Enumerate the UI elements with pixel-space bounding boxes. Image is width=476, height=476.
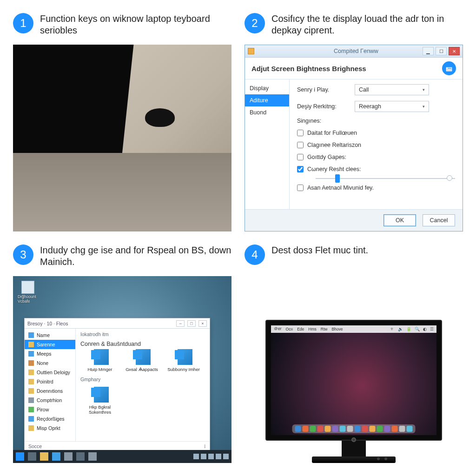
menu-item-2[interactable]: Ede [297,327,304,331]
checkbox-row-5[interactable]: Asan Aetnaol Mivunid fey. [297,185,455,191]
explorer-window[interactable]: Bresoy · 10 · Fleos – □ × Name Sarenne M… [24,318,210,451]
dock-app-icon[interactable] [340,426,346,432]
checkbox-row-4[interactable]: Cωnery Resht clees: [297,166,455,172]
tray-icon[interactable] [223,454,229,459]
checkbox-3[interactable] [297,154,304,160]
sidebar-item-display[interactable]: Display [245,82,289,94]
star-icon [28,407,34,412]
explorer-maximize[interactable]: □ [187,320,196,327]
menu-extra-icon[interactable]: ☰ [430,327,434,331]
combo-field-2[interactable]: Reeragh ▾ [355,101,429,112]
explorer-taskbar-icon[interactable] [40,452,48,461]
explorer-minimize[interactable]: – [176,320,185,327]
sidebar-item-buond[interactable]: Buond [245,106,289,119]
menu-item-4[interactable]: Rtw [321,327,328,331]
dock-app-icon[interactable] [370,426,376,432]
control-item-3[interactable]: Hkp Bgkral Sokenthres [80,385,119,415]
cancel-button[interactable]: Cancel [423,214,455,226]
dock-app-icon[interactable] [295,426,301,432]
side-item-4[interactable]: Outtien Deloigy [25,368,75,377]
start-button[interactable] [16,452,24,461]
sidebar-item-aditure[interactable]: Aditure [245,94,289,106]
wifi-icon[interactable]: ᯤ [390,327,395,331]
desktop-shortcut[interactable]: Drğhoount Vcbafe [18,281,38,304]
tray-icon[interactable] [193,454,199,459]
battery-icon[interactable]: 🔋 [406,327,411,331]
control-item-2[interactable]: Subbonny Imher [164,347,203,372]
side-item-5[interactable]: Poinitrd [25,377,75,386]
combo-field-2-value: Reeragh [359,103,381,110]
taskview-button[interactable] [28,452,36,461]
checkbox-1[interactable] [297,130,304,136]
maximize-button[interactable]: ☐ [436,47,447,55]
mac-menu-bar[interactable]: ＠er Ocıı Ede Hms Rtw Bhove ᯤ 🔉 🔋 🔍 ◐ ☰ [271,325,436,333]
checkbox-5[interactable] [297,185,304,191]
slider-thumb[interactable] [335,174,340,183]
monitor-power-button[interactable] [351,437,356,442]
dock-app-icon[interactable] [355,426,361,432]
edge-taskbar-icon[interactable] [52,452,60,461]
brightness-slider[interactable] [316,178,455,179]
combo-field-1[interactable]: Call ▾ [355,84,429,95]
windows-desktop[interactable]: Drğhoount Vcbafe Bresoy · 10 · Fleos – □… [13,276,231,463]
dock-app-icon[interactable] [407,426,413,432]
mac-dock[interactable] [292,424,416,433]
dock-app-icon[interactable] [362,426,368,432]
side-item-6[interactable]: Doennıtions [25,386,75,396]
mail-taskbar-icon[interactable] [76,452,85,461]
menu-item-5[interactable]: Bhove [331,327,343,331]
side-item-3[interactable]: None [25,358,75,368]
dock-app-icon[interactable] [325,426,331,432]
volume-icon[interactable]: 🔉 [398,327,403,331]
dock-app-icon[interactable] [392,426,398,432]
explorer-titlebar[interactable]: Bresoy · 10 · Fleos – □ × [25,318,210,329]
side-item-8[interactable]: Pirow [25,405,75,414]
dock-app-icon[interactable] [347,426,353,432]
app-taskbar-icon[interactable] [88,452,97,461]
taskbar[interactable] [13,450,231,463]
dialog-header: Adjut Screen Bightness Brighness 🖴 [245,58,463,79]
checkbox-row-2[interactable]: Clagınее Reltariszon [297,142,455,148]
header-action-icon[interactable]: 🖴 [442,61,456,75]
dock-app-icon[interactable] [310,426,316,432]
dock-app-icon[interactable] [399,426,405,432]
dock-app-icon[interactable] [303,426,309,432]
system-tray[interactable] [193,454,229,459]
step-4-header: 4 Dest dosз Flet muc tint. [245,245,463,265]
dialog-heading: Adjut Screen Bightness Brighness [251,65,366,73]
search-icon[interactable]: 🔍 [415,327,420,331]
dock-app-icon[interactable] [377,426,383,432]
side-item-7[interactable]: Comptrhion [25,396,75,405]
side-item-0[interactable]: Name [25,331,75,340]
control-item-1[interactable]: Gнsal Ѧapраcts [122,347,161,372]
close-button[interactable]: ✕ [449,47,460,55]
monitor-base [312,456,396,463]
side-item-2[interactable]: Meeps [25,349,75,358]
tray-icon[interactable] [208,454,214,459]
side-item-10[interactable]: Misp Oprkt [25,423,75,433]
side-item-9[interactable]: Reçdorßiges [25,414,75,423]
tray-icon[interactable] [216,454,221,459]
checkbox-row-3[interactable]: Goıttdy Gapes: [297,154,455,160]
explorer-window-controls: – □ × [175,320,207,327]
dock-app-icon[interactable] [384,426,390,432]
dock-app-icon[interactable] [332,426,338,432]
dock-app-icon[interactable] [317,426,324,432]
tray-icon[interactable] [201,454,206,459]
menu-extra-icon[interactable]: ◐ [423,327,427,331]
minimize-button[interactable]: ▁ [423,47,434,55]
ok-button[interactable]: OK [383,214,416,226]
monitor-screen[interactable]: ＠er Ocıı Ede Hms Rtw Bhove ᯤ 🔉 🔋 🔍 ◐ ☰ [271,325,436,435]
checkbox-4[interactable] [297,166,304,172]
explorer-close[interactable]: × [198,320,207,327]
label-field-1: Senry i Play. [297,86,348,93]
checkbox-2[interactable] [297,142,304,148]
menu-item-0[interactable]: ＠er [274,326,282,332]
checkbox-row-1[interactable]: Daitat for Fullœuen [297,130,455,136]
menu-item-3[interactable]: Hms [308,327,316,331]
side-item-1[interactable]: Sarenne [25,340,75,349]
menu-item-1[interactable]: Ocıı [286,327,293,331]
store-taskbar-icon[interactable] [64,452,73,461]
dialog-titlebar[interactable]: Compited Γenww ▁ ☐ ✕ [245,45,463,58]
control-item-0[interactable]: HЫр Mmger [80,347,119,372]
